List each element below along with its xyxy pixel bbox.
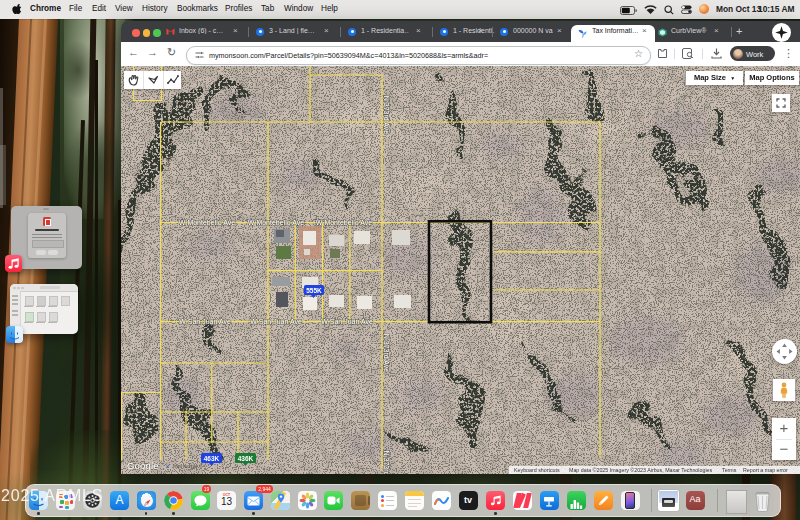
svg-text:W Montebello Ave: W Montebello Ave [179, 219, 235, 226]
svg-text:436K: 436K [238, 455, 254, 462]
svg-text:W San Juan Ave: W San Juan Ave [250, 318, 302, 325]
svg-text:W Montebello Ave: W Montebello Ave [248, 219, 304, 226]
svg-text:555K: 555K [306, 287, 322, 294]
svg-text:N 373rd Ave: N 373rd Ave [383, 96, 390, 135]
svg-text:N 373rd: N 373rd [383, 451, 390, 474]
svg-text:W San Juan Ave: W San Juan Ave [179, 318, 231, 325]
svg-text:N 373rd Ave: N 373rd Ave [383, 334, 390, 373]
svg-text:463K: 463K [204, 455, 220, 462]
svg-text:W Montebello Ave: W Montebello Ave [316, 219, 372, 226]
svg-text:W San Juan Ave: W San Juan Ave [321, 318, 373, 325]
